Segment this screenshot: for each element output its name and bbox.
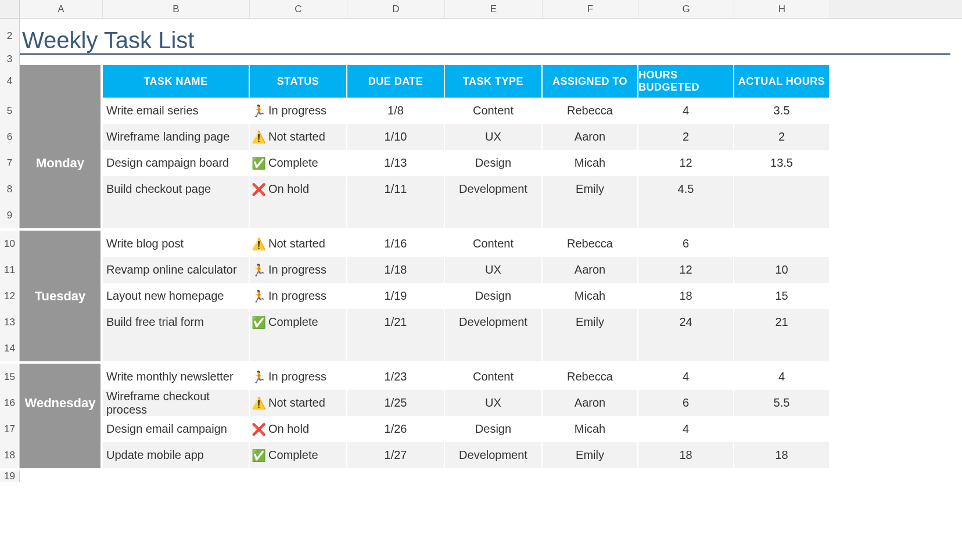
- cell-actual-hours[interactable]: 2: [734, 124, 830, 150]
- cell-hours-budgeted[interactable]: 4: [638, 364, 734, 390]
- cell-status[interactable]: Not started: [250, 231, 347, 257]
- col-header-a[interactable]: A: [20, 0, 103, 18]
- header-hours-budgeted[interactable]: HOURS BUDGETED: [638, 65, 734, 98]
- row-header[interactable]: 2: [0, 19, 20, 53]
- cell-task-name[interactable]: Write email series: [103, 98, 250, 124]
- blank-cell[interactable]: [103, 202, 250, 228]
- cell-hours-budgeted[interactable]: 6: [638, 231, 734, 257]
- blank-cell[interactable]: [250, 335, 347, 361]
- cell-status[interactable]: Not started: [250, 390, 347, 416]
- cell-task-type[interactable]: UX: [445, 124, 543, 150]
- cell-task-name[interactable]: Wireframe checkout process: [103, 390, 250, 416]
- cell-status[interactable]: In progress: [250, 364, 347, 390]
- header-day[interactable]: [20, 65, 103, 98]
- cell-task-name[interactable]: Write blog post: [103, 231, 250, 257]
- cell-task-type[interactable]: Development: [445, 442, 543, 468]
- cell-due-date[interactable]: 1/21: [347, 309, 445, 335]
- cell-task-type[interactable]: Content: [445, 98, 543, 124]
- cell-status[interactable]: Complete: [250, 150, 347, 176]
- day-label[interactable]: Monday: [20, 150, 103, 176]
- row-header[interactable]: 9: [0, 202, 20, 228]
- cell-status[interactable]: Complete: [250, 442, 347, 468]
- cell-hours-budgeted[interactable]: 4: [638, 98, 734, 124]
- row-header[interactable]: 7: [0, 150, 20, 176]
- cell-actual-hours[interactable]: 4: [734, 364, 830, 390]
- col-header-c[interactable]: C: [250, 0, 347, 18]
- cell-status[interactable]: In progress: [250, 283, 347, 309]
- cell-assigned-to[interactable]: Emily: [543, 176, 638, 202]
- blank-cell[interactable]: [734, 202, 830, 228]
- cell-task-type[interactable]: Design: [445, 283, 543, 309]
- header-task-type[interactable]: TASK TYPE: [445, 65, 543, 98]
- header-task-name[interactable]: TASK NAME: [103, 65, 250, 98]
- cell-status[interactable]: Complete: [250, 309, 347, 335]
- day-label[interactable]: [20, 442, 103, 468]
- blank-cell[interactable]: [103, 335, 250, 361]
- cell-hours-budgeted[interactable]: 6: [638, 390, 734, 416]
- row-header[interactable]: 8: [0, 176, 20, 202]
- cell-task-name[interactable]: Revamp online calculator: [103, 257, 250, 283]
- col-header-f[interactable]: F: [543, 0, 638, 18]
- col-header-b[interactable]: B: [103, 0, 250, 18]
- cell-actual-hours[interactable]: 13.5: [734, 150, 830, 176]
- cell-actual-hours[interactable]: 10: [734, 257, 830, 283]
- cell-hours-budgeted[interactable]: 12: [638, 257, 734, 283]
- day-label[interactable]: [20, 202, 103, 228]
- blank-cell[interactable]: [347, 335, 445, 361]
- cell-actual-hours[interactable]: 21: [734, 309, 830, 335]
- cell-task-name[interactable]: Layout new homepage: [103, 283, 250, 309]
- cell-actual-hours[interactable]: 15: [734, 283, 830, 309]
- cell-actual-hours[interactable]: 5.5: [734, 390, 830, 416]
- cell-due-date[interactable]: 1/8: [347, 98, 445, 124]
- col-header-g[interactable]: G: [638, 0, 734, 18]
- col-header-h[interactable]: H: [734, 0, 830, 18]
- cell-assigned-to[interactable]: Aaron: [543, 390, 638, 416]
- day-label[interactable]: [20, 335, 103, 361]
- header-status[interactable]: STATUS: [250, 65, 347, 98]
- cell-task-type[interactable]: Design: [445, 416, 543, 442]
- row-header[interactable]: 6: [0, 124, 20, 150]
- cell-due-date[interactable]: 1/23: [347, 364, 445, 390]
- blank-cell[interactable]: [734, 335, 830, 361]
- day-label[interactable]: [20, 124, 103, 150]
- row-header[interactable]: 14: [0, 335, 20, 361]
- cell-task-type[interactable]: Development: [445, 309, 543, 335]
- row-header[interactable]: 11: [0, 257, 20, 283]
- row-header[interactable]: 19: [0, 471, 20, 482]
- cell-actual-hours[interactable]: [734, 231, 830, 257]
- row-header[interactable]: 12: [0, 283, 20, 309]
- cell-status[interactable]: In progress: [250, 257, 347, 283]
- cell-actual-hours[interactable]: [734, 176, 830, 202]
- cell-task-type[interactable]: Content: [445, 231, 543, 257]
- cell-assigned-to[interactable]: Micah: [543, 416, 638, 442]
- cell-task-name[interactable]: Build checkout page: [103, 176, 250, 202]
- day-label[interactable]: [20, 416, 103, 442]
- day-label[interactable]: [20, 231, 103, 257]
- cell-due-date[interactable]: 1/18: [347, 257, 445, 283]
- cell-due-date[interactable]: 1/11: [347, 176, 445, 202]
- cell-status[interactable]: On hold: [250, 176, 347, 202]
- cell-task-type[interactable]: UX: [445, 390, 543, 416]
- cell-status[interactable]: On hold: [250, 416, 347, 442]
- col-header-d[interactable]: D: [347, 0, 445, 18]
- cell-due-date[interactable]: 1/13: [347, 150, 445, 176]
- cell-hours-budgeted[interactable]: 4: [638, 416, 734, 442]
- blank-cell[interactable]: [445, 202, 543, 228]
- blank-cell[interactable]: [638, 202, 734, 228]
- day-label[interactable]: Tuesday: [20, 283, 103, 309]
- cell-assigned-to[interactable]: Emily: [543, 309, 638, 335]
- blank-cell[interactable]: [250, 202, 347, 228]
- blank-cell[interactable]: [347, 202, 445, 228]
- cell-task-name[interactable]: Write monthly newsletter: [103, 364, 250, 390]
- cell-task-type[interactable]: Design: [445, 150, 543, 176]
- cell-task-name[interactable]: Design email campaign: [103, 416, 250, 442]
- cell-assigned-to[interactable]: Micah: [543, 283, 638, 309]
- cell-task-name[interactable]: Wireframe landing page: [103, 124, 250, 150]
- row-header[interactable]: 17: [0, 416, 20, 442]
- row-header[interactable]: 4: [0, 65, 20, 98]
- cell-task-type[interactable]: Development: [445, 176, 543, 202]
- cell-assigned-to[interactable]: Aaron: [543, 124, 638, 150]
- blank-cell[interactable]: [543, 202, 638, 228]
- cell-task-name[interactable]: Build free trial form: [103, 309, 250, 335]
- cell-actual-hours[interactable]: 3.5: [734, 98, 830, 124]
